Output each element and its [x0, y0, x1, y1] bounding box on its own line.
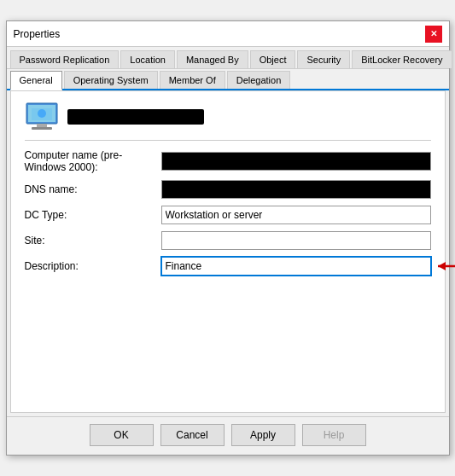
- content-area: Computer name (pre-Windows 2000): DNS na…: [10, 90, 446, 413]
- tab-security[interactable]: Security: [297, 50, 350, 68]
- tab-delegation[interactable]: Delegation: [227, 71, 291, 89]
- description-label: Description:: [25, 260, 161, 272]
- svg-marker-6: [438, 262, 446, 270]
- header-section: [25, 102, 431, 141]
- dc-type-label: DC Type:: [25, 209, 161, 221]
- computer-icon: [25, 102, 59, 131]
- cancel-button[interactable]: Cancel: [160, 424, 225, 446]
- tab-bitlocker-recovery[interactable]: BitLocker Recovery: [352, 50, 452, 68]
- title-bar: Properties ✕: [7, 21, 449, 47]
- content-spacer: [25, 282, 431, 402]
- tab-operating-system[interactable]: Operating System: [64, 71, 158, 89]
- properties-dialog: Properties ✕ Password Replication Locati…: [6, 20, 450, 456]
- computer-name-row: Computer name (pre-Windows 2000):: [25, 149, 431, 173]
- computer-display-name: [67, 109, 204, 125]
- arrow-indicator: [434, 258, 456, 275]
- button-bar: OK Cancel Apply Help: [7, 416, 449, 455]
- site-row: Site:: [25, 231, 431, 250]
- dialog-title: Properties: [14, 28, 61, 40]
- svg-rect-3: [32, 127, 52, 130]
- tabs-row1: Password Replication Location Managed By…: [7, 47, 449, 69]
- tabs-row2: General Operating System Member Of Deleg…: [7, 69, 449, 90]
- help-button[interactable]: Help: [302, 424, 366, 446]
- tab-location[interactable]: Location: [120, 50, 175, 68]
- description-input[interactable]: [161, 257, 431, 276]
- title-bar-left: Properties: [14, 28, 61, 40]
- dns-name-row: DNS name:: [25, 180, 431, 199]
- tab-object[interactable]: Object: [250, 50, 296, 68]
- tab-managed-by[interactable]: Managed By: [177, 50, 248, 68]
- tab-member-of[interactable]: Member Of: [160, 71, 225, 89]
- computer-name-label: Computer name (pre-Windows 2000):: [25, 149, 161, 173]
- dc-type-input[interactable]: [161, 206, 431, 224]
- site-label: Site:: [25, 235, 161, 247]
- dns-name-input[interactable]: [161, 180, 431, 199]
- ok-button[interactable]: OK: [90, 424, 154, 446]
- svg-rect-2: [37, 124, 47, 127]
- close-button[interactable]: ✕: [425, 26, 442, 43]
- dc-type-row: DC Type:: [25, 206, 431, 224]
- dns-name-label: DNS name:: [25, 183, 161, 195]
- tab-general[interactable]: General: [10, 71, 62, 90]
- tab-password-replication[interactable]: Password Replication: [10, 50, 120, 68]
- apply-button[interactable]: Apply: [231, 424, 295, 446]
- computer-name-input[interactable]: [161, 152, 431, 171]
- site-input[interactable]: [161, 231, 431, 250]
- description-row: Description:: [25, 257, 431, 276]
